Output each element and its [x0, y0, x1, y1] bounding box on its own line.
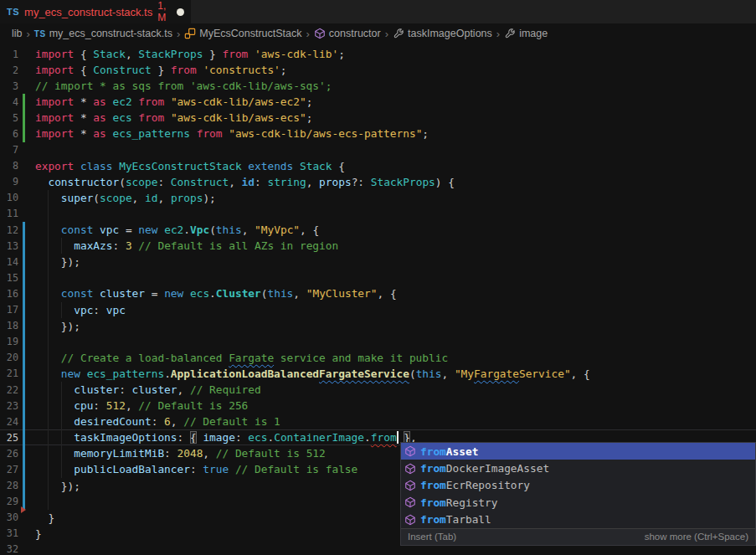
code-token: "aws-cdk-lib/aws-ecs-patterns" — [229, 127, 422, 140]
code-token: // Create a load-balanced — [61, 352, 229, 364]
code-token — [35, 399, 74, 412]
code-token: ecs_patterns — [87, 367, 164, 380]
breadcrumb-item-folder[interactable]: lib — [12, 28, 23, 39]
breadcrumb-item-file[interactable]: TS my_ecs_construct-stack.ts — [34, 28, 172, 39]
indent-guide — [48, 222, 49, 238]
code-token: , — [126, 48, 138, 60]
code-text: maxAzs: 3 // Default is all AZs in regio… — [25, 238, 338, 254]
breadcrumb-item-image[interactable]: image — [504, 28, 548, 39]
code-text — [25, 542, 35, 555]
code-token — [164, 95, 171, 108]
tab-problems-badge: 1, M — [157, 0, 167, 23]
code-token — [35, 447, 74, 460]
code-line[interactable]: 9 constructor(scope: Construct, id: stri… — [0, 174, 756, 190]
indent-guide — [61, 398, 62, 414]
unsaved-changes-dot-icon[interactable] — [177, 8, 184, 16]
indent-guide — [61, 414, 62, 429]
suggest-show-more-hint[interactable]: show more (Ctrl+Space) — [645, 532, 748, 542]
code-line[interactable]: 14 }); — [0, 254, 756, 270]
code-token: * — [74, 95, 93, 108]
code-text: cpu: 512, // Default is 256 — [25, 398, 248, 414]
suggest-item-fromecrrepository[interactable]: fromEcrRepository — [401, 477, 755, 494]
code-line[interactable]: 19 — [0, 334, 756, 350]
code-line[interactable]: 11 — [0, 206, 756, 222]
code-token: }); — [35, 480, 80, 492]
code-token: : — [93, 399, 105, 412]
code-token: = — [119, 224, 138, 236]
indent-guide — [48, 302, 49, 318]
code-text: import * as ecs from "aws-cdk-lib/aws-ec… — [25, 110, 312, 126]
code-token — [80, 367, 87, 380]
code-line[interactable]: 12 const vpc = new ec2.Vpc(this, "MyVpc"… — [0, 222, 756, 238]
code-token — [229, 463, 235, 475]
code-line[interactable]: 20 // Create a load-balanced Fargate ser… — [0, 350, 756, 366]
code-line[interactable]: 5import * as ecs from "aws-cdk-lib/aws-e… — [0, 110, 756, 126]
breadcrumb-item-taskimageoptions[interactable]: taskImageOptions — [393, 28, 492, 39]
code-token: props — [319, 176, 352, 188]
code-text: const cluster = new ecs.Cluster(this, "M… — [25, 285, 397, 301]
indent-guide — [61, 461, 62, 477]
code-line[interactable]: 1import { Stack, StackProps } from 'aws-… — [0, 46, 756, 62]
code-token: this — [416, 367, 442, 380]
suggest-item-fromasset[interactable]: fromAsset — [401, 443, 755, 460]
code-token — [35, 383, 74, 396]
code-token — [248, 48, 255, 60]
code-token: . — [364, 431, 371, 444]
code-token: : — [235, 431, 248, 444]
code-line[interactable]: 10 super(scope, id, props); — [0, 190, 756, 206]
code-text: // Create a load-balanced Fargate servic… — [25, 350, 448, 366]
code-line[interactable]: 6import * as ecs_patterns from "aws-cdk-… — [0, 126, 756, 141]
editor-tab[interactable]: TS my_ecs_construct-stack.ts 1, M — [0, 0, 191, 23]
breadcrumb-item-constructor[interactable]: constructor — [314, 28, 381, 39]
indent-guide — [48, 254, 49, 270]
code-line[interactable]: 15 — [0, 270, 756, 285]
code-text — [25, 494, 35, 510]
indent-guide — [48, 382, 49, 398]
code-line[interactable]: 17 vpc: vpc — [0, 302, 756, 318]
code-token: FargateService — [319, 367, 409, 380]
code-line[interactable]: 3// import * as sqs from 'aws-cdk-lib/aw… — [0, 78, 756, 94]
code-token: import — [35, 111, 74, 124]
code-token: Stack — [300, 160, 332, 172]
code-line[interactable]: 23 cpu: 512, // Default is 256 — [0, 398, 756, 414]
code-line[interactable]: 13 maxAzs: 3 // Default is all AZs in re… — [0, 238, 756, 254]
code-token — [190, 127, 197, 140]
code-token — [35, 415, 74, 428]
suggest-item-fromtarball[interactable]: fromTarball — [401, 511, 755, 528]
code-token: image — [203, 431, 235, 444]
code-token: { — [74, 48, 93, 60]
code-token: ContainerImage — [274, 431, 364, 444]
code-line[interactable]: 24 desiredCount: 6, // Default is 1 — [0, 414, 756, 429]
code-line[interactable]: 2import { Construct } from 'constructs'; — [0, 62, 756, 78]
code-line[interactable]: 22 cluster: cluster, // Required — [0, 382, 756, 398]
suggest-item-fromregistry[interactable]: fromRegistry — [401, 494, 755, 511]
code-line[interactable]: 21 new ecs_patterns.ApplicationLoadBalan… — [0, 366, 756, 382]
suggest-item-fromdockerimageasset[interactable]: fromDockerImageAsset — [401, 460, 755, 476]
code-token: Construct — [171, 176, 229, 188]
line-number: 27 — [0, 464, 18, 475]
code-line[interactable]: 8export class MyEcsConstructStack extend… — [0, 158, 756, 174]
code-token: = — [145, 287, 164, 300]
code-token: ec2 — [164, 224, 183, 236]
code-line[interactable]: 7 — [0, 142, 756, 158]
code-token: true — [203, 463, 229, 475]
code-token: ) { — [435, 176, 455, 188]
breadcrumb-item-class[interactable]: MyEcsConstructStack — [184, 28, 301, 39]
code-token: , { — [571, 367, 590, 380]
code-token — [164, 111, 171, 124]
code-token — [74, 160, 80, 172]
code-token: // Required — [190, 383, 261, 396]
code-line[interactable]: 16 const cluster = new ecs.Cluster(this,… — [0, 285, 756, 301]
suggest-match-text: from — [420, 462, 446, 475]
code-token: : — [164, 447, 177, 460]
code-line[interactable]: 4import * as ec2 from "aws-cdk-lib/aws-e… — [0, 94, 756, 110]
suggest-insert-hint: Insert (Tab) — [408, 532, 456, 542]
suggest-label-text: Asset — [446, 445, 479, 458]
code-token: 'constructs' — [203, 64, 280, 76]
code-line[interactable]: 18 }); — [0, 318, 756, 334]
method-cube-icon — [404, 463, 420, 475]
code-token: ; — [338, 48, 345, 60]
code-token: cluster — [100, 287, 145, 300]
code-token: extends — [248, 160, 293, 172]
suggest-match-text: from — [420, 445, 446, 458]
